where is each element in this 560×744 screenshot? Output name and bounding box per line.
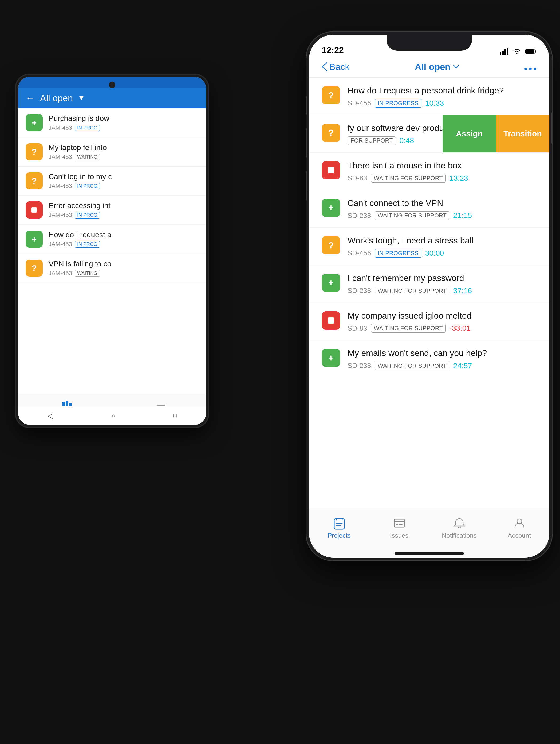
ios-home-indicator bbox=[395, 552, 464, 555]
android-item-id: JAM-453 bbox=[48, 212, 72, 219]
ios-tab-issues-label: Issues bbox=[390, 532, 408, 539]
android-item-icon: ? bbox=[26, 173, 43, 189]
svg-rect-18 bbox=[328, 167, 334, 174]
android-item-badge: IN PROG bbox=[75, 212, 100, 219]
ios-phone: 12:22 bbox=[306, 32, 552, 560]
android-item-content: How do I request a JAM-453 IN PROG bbox=[48, 230, 198, 248]
ios-item-timer: 37:16 bbox=[453, 287, 472, 295]
ios-item-timer: 10:33 bbox=[425, 99, 444, 108]
ios-item-title: There isn't a mouse in the box bbox=[347, 160, 536, 171]
ios-list-item[interactable]: ? How do I request a personal drink frid… bbox=[309, 78, 549, 115]
android-item-id: JAM-453 bbox=[48, 183, 72, 189]
ios-item-timer: 21:15 bbox=[453, 211, 472, 220]
android-list-item[interactable]: ? VPN is failing to co JAM-453 WAITING bbox=[18, 254, 206, 283]
wifi-icon bbox=[513, 48, 521, 55]
android-item-icon bbox=[26, 201, 43, 219]
ios-title-text: All open bbox=[415, 62, 451, 72]
ios-item-icon: ? bbox=[322, 86, 340, 104]
ios-tab-bar: Projects Issues Notifications bbox=[309, 510, 549, 558]
chevron-down-icon[interactable] bbox=[453, 64, 459, 70]
android-item-title: My laptop fell into bbox=[48, 143, 198, 152]
ios-item-badge: IN PROGRESS bbox=[375, 99, 421, 108]
android-item-badge: WAITING bbox=[75, 270, 100, 277]
android-item-badge: IN PROG bbox=[75, 125, 100, 131]
android-item-content: My laptop fell into JAM-453 WAITING bbox=[48, 143, 198, 160]
ios-list-item-swiped[interactable]: ? fy our software dev product FOR SUPPOR… bbox=[309, 115, 549, 153]
svg-point-16 bbox=[529, 68, 532, 70]
ios-tab-notifications[interactable]: Notifications bbox=[435, 516, 483, 539]
android-list-item[interactable]: + How do I request a JAM-453 IN PROG bbox=[18, 225, 206, 254]
ios-more-button[interactable] bbox=[524, 61, 536, 72]
ios-list-item[interactable]: + My emails won't send, can you help? SD… bbox=[309, 340, 549, 378]
android-recents-btn[interactable]: □ bbox=[174, 413, 177, 419]
ios-item-title: My company issued igloo melted bbox=[347, 310, 536, 322]
ios-swipe-actions: Assign Transition bbox=[443, 115, 549, 153]
android-item-meta: JAM-453 IN PROG bbox=[48, 183, 198, 189]
android-item-id: JAM-453 bbox=[48, 153, 72, 160]
ios-power-button[interactable] bbox=[552, 112, 552, 144]
ios-item-timer: 0:48 bbox=[400, 136, 414, 145]
ios-list-item[interactable]: My company issued igloo melted SD-83 WAI… bbox=[309, 303, 549, 340]
ios-item-icon bbox=[322, 311, 340, 330]
ios-item-content: Can't connect to the VPN SD-238 WAITING … bbox=[347, 198, 536, 220]
ios-item-id: SD-238 bbox=[347, 212, 371, 220]
android-item-icon: + bbox=[26, 114, 43, 131]
ios-item-id: SD-238 bbox=[347, 362, 371, 370]
svg-rect-9 bbox=[505, 49, 506, 55]
ios-back-label: Back bbox=[329, 62, 350, 72]
ios-nav-title: All open bbox=[415, 62, 459, 72]
ios-item-meta: SD-238 WAITING FOR SUPPORT 37:16 bbox=[347, 287, 536, 295]
ios-tab-issues[interactable]: Issues bbox=[375, 516, 423, 539]
android-item-meta: JAM-453 IN PROG bbox=[48, 212, 198, 219]
ios-item-badge: WAITING FOR SUPPORT bbox=[371, 324, 446, 333]
android-back-btn[interactable]: ◁ bbox=[47, 411, 53, 420]
ios-volume-down-button[interactable] bbox=[306, 171, 307, 200]
android-item-badge: IN PROG bbox=[75, 183, 100, 189]
ios-assign-button[interactable]: Assign bbox=[443, 115, 496, 153]
svg-point-11 bbox=[516, 53, 518, 54]
ios-time: 12:22 bbox=[322, 45, 344, 55]
android-item-content: Purchasing is dow JAM-453 IN PROG bbox=[48, 114, 198, 131]
android-list-item[interactable]: ? Can't log in to my c JAM-453 IN PROG bbox=[18, 166, 206, 196]
ios-item-icon bbox=[322, 161, 340, 179]
android-list-item[interactable]: Error accessing int JAM-453 IN PROG bbox=[18, 196, 206, 225]
android-item-id: JAM-453 bbox=[48, 241, 72, 248]
ios-tab-projects[interactable]: Projects bbox=[315, 516, 363, 539]
ios-tab-account-label: Account bbox=[508, 532, 531, 539]
ios-item-meta: SD-238 WAITING FOR SUPPORT 21:15 bbox=[347, 211, 536, 220]
ios-tab-account[interactable]: Account bbox=[495, 516, 544, 539]
ios-list-item[interactable]: ? Work's tough, I need a stress ball SD-… bbox=[309, 228, 549, 265]
android-item-title: How do I request a bbox=[48, 230, 198, 239]
android-item-icon: ? bbox=[26, 143, 43, 160]
android-header-title: All open bbox=[40, 93, 73, 103]
android-item-badge: IN PROG bbox=[75, 241, 100, 248]
ios-back-button[interactable]: Back bbox=[322, 62, 350, 72]
ios-volume-up-button[interactable] bbox=[306, 128, 307, 157]
android-home-btn[interactable]: ○ bbox=[112, 413, 115, 419]
svg-rect-0 bbox=[32, 207, 37, 213]
ios-list-item[interactable]: + I can't remember my password SD-238 WA… bbox=[309, 265, 549, 303]
android-list-item[interactable]: + Purchasing is dow JAM-453 IN PROG bbox=[18, 108, 206, 138]
svg-rect-4 bbox=[157, 405, 165, 406]
ios-item-timer: 30:00 bbox=[425, 249, 444, 258]
ios-item-badge: FOR SUPPORT bbox=[347, 136, 396, 145]
android-back-arrow[interactable]: ← bbox=[26, 92, 35, 104]
android-header-caret[interactable]: ▼ bbox=[78, 94, 85, 102]
ios-item-content: Work's tough, I need a stress ball SD-45… bbox=[347, 235, 536, 258]
ios-item-title: How do I request a personal drink fridge… bbox=[347, 85, 536, 96]
ios-item-id: SD-83 bbox=[347, 324, 367, 333]
ios-list-item[interactable]: There isn't a mouse in the box SD-83 WAI… bbox=[309, 153, 549, 190]
ios-item-content: There isn't a mouse in the box SD-83 WAI… bbox=[347, 160, 536, 183]
ios-item-content: My company issued igloo melted SD-83 WAI… bbox=[347, 310, 536, 333]
ios-item-icon: + bbox=[322, 199, 340, 217]
android-list-item[interactable]: ? My laptop fell into JAM-453 WAITING bbox=[18, 138, 206, 166]
android-item-content: Can't log in to my c JAM-453 IN PROG bbox=[48, 173, 198, 189]
ios-silent-switch[interactable] bbox=[306, 96, 307, 115]
ios-transition-button[interactable]: Transition bbox=[496, 115, 549, 153]
ios-list-item[interactable]: + Can't connect to the VPN SD-238 WAITIN… bbox=[309, 190, 549, 228]
ios-item-badge: WAITING FOR SUPPORT bbox=[375, 362, 449, 370]
android-item-id: JAM-453 bbox=[48, 124, 72, 131]
ios-item-title: Work's tough, I need a stress ball bbox=[347, 235, 536, 246]
android-item-icon: + bbox=[26, 230, 43, 248]
ios-item-timer: -33:01 bbox=[449, 324, 471, 333]
